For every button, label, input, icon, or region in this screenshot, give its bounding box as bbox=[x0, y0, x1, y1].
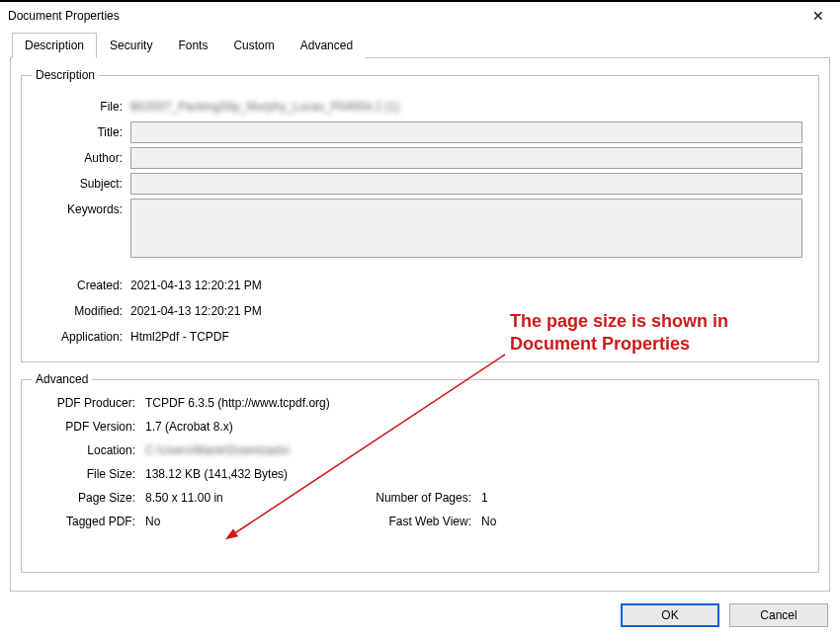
created-label: Created: bbox=[32, 279, 130, 292]
filesize-value: 138.12 KB (141,432 Bytes) bbox=[145, 467, 808, 481]
author-input[interactable] bbox=[130, 147, 802, 169]
subject-label: Subject: bbox=[32, 177, 130, 191]
titlebar: Document Properties ✕ bbox=[0, 2, 840, 30]
author-label: Author: bbox=[32, 151, 130, 165]
filesize-label: File Size: bbox=[32, 467, 145, 481]
tagged-value: No bbox=[145, 515, 343, 528]
application-value: Html2Pdf - TCPDF bbox=[130, 330, 808, 344]
file-value: B02007_PackingSlip_Murphy_Lucas_P04554.2… bbox=[130, 100, 808, 114]
tab-strip: Description Security Fonts Custom Advanc… bbox=[0, 30, 840, 57]
tab-fonts[interactable]: Fonts bbox=[165, 33, 220, 58]
pages-value: 1 bbox=[481, 491, 808, 505]
document-properties-dialog: Document Properties ✕ Description Securi… bbox=[0, 0, 840, 637]
tab-security[interactable]: Security bbox=[97, 33, 165, 58]
pagesize-value: 8.50 x 11.00 in bbox=[145, 491, 343, 505]
tab-description[interactable]: Description bbox=[12, 33, 97, 58]
advanced-group: Advanced PDF Producer: TCPDF 6.3.5 (http… bbox=[21, 372, 819, 573]
location-value: C:\Users\Marie\Downloads\ bbox=[145, 443, 808, 457]
modified-label: Modified: bbox=[32, 304, 130, 318]
file-label: File: bbox=[32, 100, 130, 114]
keywords-label: Keywords: bbox=[32, 199, 130, 216]
dialog-buttons: OK Cancel bbox=[0, 597, 840, 637]
pages-label: Number of Pages: bbox=[343, 491, 481, 505]
version-value: 1.7 (Acrobat 8.x) bbox=[145, 420, 808, 434]
tab-custom[interactable]: Custom bbox=[220, 33, 287, 58]
version-label: PDF Version: bbox=[32, 420, 145, 434]
fastweb-value: No bbox=[481, 515, 808, 528]
producer-value: TCPDF 6.3.5 (http://www.tcpdf.org) bbox=[145, 396, 808, 410]
ok-button[interactable]: OK bbox=[621, 603, 719, 627]
tab-panel: Description File: B02007_PackingSlip_Mur… bbox=[10, 57, 830, 592]
fastweb-label: Fast Web View: bbox=[343, 515, 481, 528]
title-label: Title: bbox=[32, 125, 130, 139]
pagesize-label: Page Size: bbox=[32, 491, 145, 505]
title-input[interactable] bbox=[130, 121, 802, 143]
keywords-input[interactable] bbox=[130, 199, 802, 258]
tab-advanced[interactable]: Advanced bbox=[288, 33, 366, 58]
subject-input[interactable] bbox=[130, 173, 802, 195]
cancel-button[interactable]: Cancel bbox=[729, 603, 828, 627]
tagged-label: Tagged PDF: bbox=[32, 515, 145, 528]
advanced-legend: Advanced bbox=[32, 372, 92, 386]
close-icon[interactable]: ✕ bbox=[798, 3, 838, 29]
window-title: Document Properties bbox=[8, 9, 798, 23]
application-label: Application: bbox=[32, 330, 130, 344]
description-group: Description File: B02007_PackingSlip_Mur… bbox=[21, 68, 819, 362]
producer-label: PDF Producer: bbox=[32, 396, 145, 410]
description-legend: Description bbox=[32, 68, 99, 82]
location-label: Location: bbox=[32, 443, 145, 457]
modified-value: 2021-04-13 12:20:21 PM bbox=[130, 304, 808, 318]
created-value: 2021-04-13 12:20:21 PM bbox=[130, 279, 808, 292]
